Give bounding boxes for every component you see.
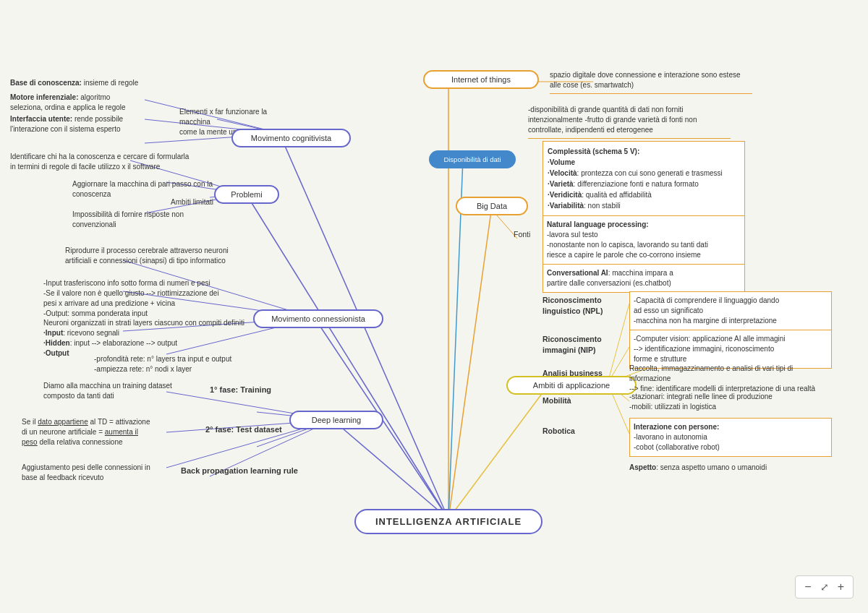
rni-desc: -Computer vision: applicazione AI alle i… <box>629 330 832 369</box>
motore-inferenziale: Motore inferenziale: algoritmoseleziona,… <box>10 93 176 113</box>
conn-desc: Riprodurre il processo cerebrale attrave… <box>65 246 253 266</box>
central-node: INTELLIGENZA ARTIFICIALE <box>354 509 542 534</box>
svg-line-4 <box>282 140 448 519</box>
robotica-aspetto: Aspetto: senza aspetto umano o umanoidi <box>629 463 832 473</box>
robotica-interazione: Interazione con persone: -lavorano in au… <box>629 418 832 457</box>
cognitivista-node: Movimento cognitivista <box>231 129 351 147</box>
connessionista-node: Movimento connessionista <box>253 309 383 328</box>
mobilita-label: Mobilità <box>542 396 571 405</box>
rnl-label: Riconoscimentolinguistico (NPL) <box>542 295 603 316</box>
deep-learning-node: Deep learning <box>289 411 383 429</box>
dl-fase2-label: 2° fase: Test dataset <box>205 425 282 434</box>
disponibilita-desc: -disponibilità di grande quantità di dat… <box>528 105 731 139</box>
problemi-node: Problemi <box>214 185 279 204</box>
conn-neuroni: Neuroni organizzati in strati layers cia… <box>43 318 246 359</box>
zoom-in-button[interactable]: + <box>835 579 847 595</box>
dl-backprop: Aggiustamento pesi delle connessioni in … <box>22 463 181 483</box>
svg-line-3 <box>448 383 550 519</box>
big-data-node: Big Data <box>456 197 528 215</box>
problemi-2: Aggiornare la macchina di pari passo con… <box>72 179 217 200</box>
dl-test: Se il dato appartiene al TD = attivazion… <box>22 417 195 447</box>
svg-line-2 <box>448 206 492 519</box>
iot-node: Internet of things <box>423 70 539 89</box>
fonti-label: Fonti <box>514 230 530 239</box>
dl-fase1-label: 1° fase: Training <box>210 385 271 394</box>
robotica-label: Robotica <box>542 426 575 435</box>
svg-line-7 <box>333 420 448 519</box>
analisi-label: Analisi business <box>542 369 603 377</box>
ambiti-limitati-label: Ambiti limitati <box>156 197 213 207</box>
interfaccia-utente: Interfaccia utente: rende possibilel'int… <box>10 114 176 134</box>
ambiti-node: Ambiti di applicazione <box>506 376 637 395</box>
base-conoscenza: Base di conoscenza: insieme di regole <box>10 78 176 88</box>
svg-line-10 <box>608 304 629 383</box>
problemi-1: Identificare chi ha la conoscenza e cerc… <box>10 152 205 172</box>
analisi-desc: Raccolta, immagazzinamento e analisi di … <box>629 364 832 394</box>
big-data-desc: Complessità (schema 5 V): ·Volume ·Veloc… <box>542 141 745 216</box>
zoom-fit-icon[interactable]: ⤢ <box>820 581 829 593</box>
mobilita-desc: -stazionari: integrati nelle linee di pr… <box>629 392 832 412</box>
problemi-3: Impossibilità di fornire risposte non co… <box>72 210 224 230</box>
zoom-out-button[interactable]: − <box>801 579 814 595</box>
dl-backprop-label: Back propagation learning rule <box>181 466 298 475</box>
zoom-controls[interactable]: − ⤢ + <box>795 575 854 599</box>
nlp-text: Natural language processing: -lavora sul… <box>542 215 745 265</box>
mindmap-container: INTELLIGENZA ARTIFICIALE Internet of thi… <box>0 0 868 613</box>
dl-training: Diamo alla macchina un training dataset … <box>43 381 203 401</box>
conn-input: -Input trasferiscono info sotto forma di… <box>43 278 246 319</box>
conn-profondita: -profondità rete: n° layers tra input e … <box>94 354 275 374</box>
rnl-desc: -Capacità di comprendere il linguaggio d… <box>629 291 832 330</box>
conv-ai-text: Conversational AI: macchina impara a par… <box>542 264 745 293</box>
rni-label: Riconoscimentoimmagini (NIP) <box>542 334 602 355</box>
disponibilita-node: Disponibilità di dati <box>429 150 516 168</box>
iot-desc: spazio digitale dove connessione e inter… <box>550 70 752 94</box>
